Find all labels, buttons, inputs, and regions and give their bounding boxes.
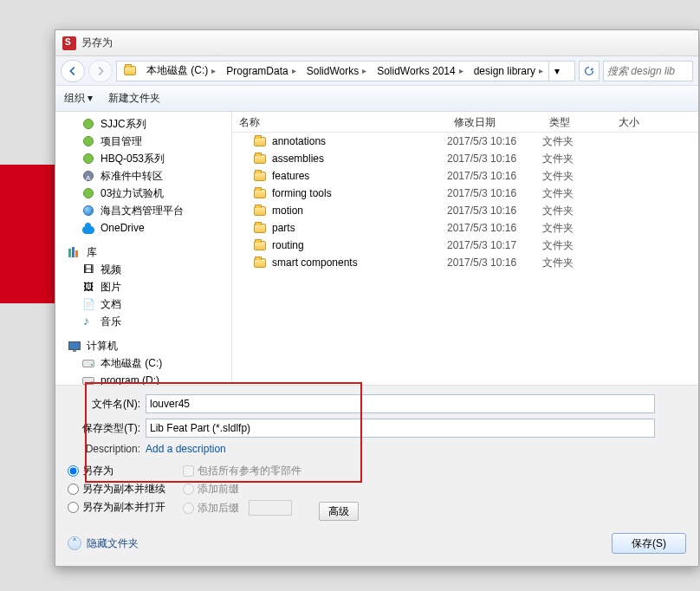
folder-icon xyxy=(81,134,95,148)
chevron-right-icon: ▸ xyxy=(362,66,366,75)
table-row[interactable]: routing2017/5/3 10:17文件夹 xyxy=(232,237,698,254)
content-area: SJJC系列 项目管理 HBQ-053系列 标准件中转区 03拉力试验机 海昌文… xyxy=(55,112,698,385)
filetype-select[interactable] xyxy=(146,419,655,438)
filename-label: 文件名(N): xyxy=(68,397,146,412)
new-folder-button[interactable]: 新建文件夹 xyxy=(108,91,160,106)
footer-row: ˄ 隐藏文件夹 保存(S) xyxy=(68,533,686,554)
organize-button[interactable]: 组织 ▾ xyxy=(64,91,93,106)
file-type: 文件夹 xyxy=(542,221,612,236)
arrow-right-icon xyxy=(94,65,107,77)
tree-libraries[interactable]: 库 xyxy=(55,244,231,261)
breadcrumb-bar[interactable]: 本地磁盘 (C:)▸ ProgramData▸ SolidWorks▸ Soli… xyxy=(116,61,575,81)
refresh-button[interactable] xyxy=(579,61,600,81)
tree-item[interactable]: OneDrive xyxy=(55,219,231,237)
column-name[interactable]: 名称 xyxy=(232,112,447,132)
radio-saveas[interactable]: 另存为 xyxy=(68,464,165,478)
breadcrumb-item[interactable]: SolidWorks▸ xyxy=(301,62,372,81)
folder-icon xyxy=(81,169,95,183)
column-type[interactable]: 类型 xyxy=(542,112,612,132)
table-row[interactable]: smart components2017/5/3 10:16文件夹 xyxy=(232,254,698,271)
tree-item[interactable]: HBQ-053系列 xyxy=(55,150,231,167)
radio-add-suffix[interactable]: 添加后缀 xyxy=(183,500,301,516)
tree-item[interactable]: 本地磁盘 (C:) xyxy=(55,354,231,372)
tree-item[interactable]: 📄文档 xyxy=(55,296,231,313)
tree-item[interactable]: 海昌文档管理平台 xyxy=(55,202,231,219)
radio-add-prefix[interactable]: 添加前缀 xyxy=(183,482,301,497)
filetype-row: 保存类型(T): xyxy=(68,419,686,438)
save-button[interactable]: 保存(S) xyxy=(612,533,686,554)
breadcrumb-item[interactable]: ProgramData▸ xyxy=(221,62,301,81)
radio-savecopy-continue[interactable]: 另存为副本并继续 xyxy=(68,482,165,497)
file-list[interactable]: annotations2017/5/3 10:16文件夹assemblies20… xyxy=(232,133,698,385)
file-name: parts xyxy=(272,222,295,234)
check-include-refs[interactable]: 包括所有参考的零部件 xyxy=(183,464,301,478)
file-name: annotations xyxy=(272,135,326,147)
file-type: 文件夹 xyxy=(542,204,612,218)
breadcrumb-item[interactable]: SolidWorks 2014▸ xyxy=(372,62,469,81)
breadcrumb-dropdown[interactable]: ▾ xyxy=(548,61,564,81)
file-date: 2017/5/3 10:16 xyxy=(447,153,542,165)
search-box[interactable] xyxy=(603,61,693,81)
table-row[interactable]: motion2017/5/3 10:16文件夹 xyxy=(232,202,698,219)
file-type: 文件夹 xyxy=(542,256,612,270)
tree-item[interactable]: 音乐 xyxy=(55,313,231,330)
picture-icon: 🖼 xyxy=(81,280,95,294)
tree-item[interactable]: program (D:) xyxy=(55,372,231,385)
chevron-right-icon: ▸ xyxy=(459,66,463,75)
save-options: 另存为 另存为副本并继续 另存为副本并打开 包括所有参考的零部件 添加前缀 添加… xyxy=(68,464,686,521)
breadcrumb-item[interactable]: 本地磁盘 (C:)▸ xyxy=(141,62,221,81)
column-headers: 名称 修改日期 类型 大小 xyxy=(232,112,698,133)
tree-item[interactable]: SJJC系列 xyxy=(55,115,231,133)
file-type: 文件夹 xyxy=(542,169,612,184)
window-title: 另存为 xyxy=(81,36,113,50)
tree-item[interactable]: 🖼图片 xyxy=(55,278,231,296)
suffix-input xyxy=(249,500,292,516)
tree-item[interactable]: 标准件中转区 xyxy=(55,167,231,185)
file-date: 2017/5/3 10:16 xyxy=(447,187,542,199)
tree-item[interactable]: 03拉力试验机 xyxy=(55,185,231,202)
video-icon: 🎞 xyxy=(81,263,95,276)
hide-folders-toggle[interactable]: ˄ 隐藏文件夹 xyxy=(68,536,139,551)
folder-icon xyxy=(122,63,138,79)
column-size[interactable]: 大小 xyxy=(612,112,698,132)
tree-item[interactable]: 🎞视频 xyxy=(55,261,231,278)
chevron-up-icon: ˄ xyxy=(68,536,81,550)
description-label: Description: xyxy=(68,443,146,455)
radio-savecopy-open[interactable]: 另存为副本并打开 xyxy=(68,500,165,515)
app-icon xyxy=(62,36,76,50)
table-row[interactable]: assemblies2017/5/3 10:16文件夹 xyxy=(232,150,698,167)
file-date: 2017/5/3 10:16 xyxy=(447,205,542,217)
table-row[interactable]: forming tools2017/5/3 10:16文件夹 xyxy=(232,185,698,202)
search-input[interactable] xyxy=(607,65,689,77)
filename-row: 文件名(N): xyxy=(68,394,686,413)
folder-tree[interactable]: SJJC系列 项目管理 HBQ-053系列 标准件中转区 03拉力试验机 海昌文… xyxy=(55,112,232,385)
back-button[interactable] xyxy=(61,60,85,82)
advanced-button[interactable]: 高级 xyxy=(319,502,359,521)
forward-button[interactable] xyxy=(88,60,113,82)
filetype-label: 保存类型(T): xyxy=(68,421,146,436)
bottom-panel: 文件名(N): 保存类型(T): Description: Add a desc… xyxy=(55,385,698,566)
chevron-right-icon: ▸ xyxy=(211,66,216,75)
title-bar[interactable]: 另存为 xyxy=(55,30,698,56)
cloud-icon xyxy=(81,221,95,235)
table-row[interactable]: parts2017/5/3 10:16文件夹 xyxy=(232,219,698,237)
file-type: 文件夹 xyxy=(542,134,612,149)
folder-icon xyxy=(253,221,267,235)
table-row[interactable]: features2017/5/3 10:16文件夹 xyxy=(232,167,698,185)
file-date: 2017/5/3 10:16 xyxy=(447,222,542,234)
folder-icon xyxy=(253,169,267,183)
nav-bar: 本地磁盘 (C:)▸ ProgramData▸ SolidWorks▸ Soli… xyxy=(55,56,698,86)
chevron-right-icon: ▸ xyxy=(539,66,543,75)
add-description-link[interactable]: Add a description xyxy=(146,443,226,455)
file-name: assemblies xyxy=(272,153,324,165)
file-type: 文件夹 xyxy=(542,152,612,166)
column-date[interactable]: 修改日期 xyxy=(447,112,542,132)
table-row[interactable]: annotations2017/5/3 10:16文件夹 xyxy=(232,133,698,150)
tree-computer[interactable]: 计算机 xyxy=(55,337,231,354)
folder-icon xyxy=(253,238,267,252)
filename-input[interactable] xyxy=(146,394,655,413)
breadcrumb-item[interactable]: design library▸ xyxy=(469,62,548,81)
tree-item[interactable]: 项目管理 xyxy=(55,133,231,150)
document-icon: 📄 xyxy=(81,297,95,311)
chevron-right-icon: ▸ xyxy=(292,66,296,75)
